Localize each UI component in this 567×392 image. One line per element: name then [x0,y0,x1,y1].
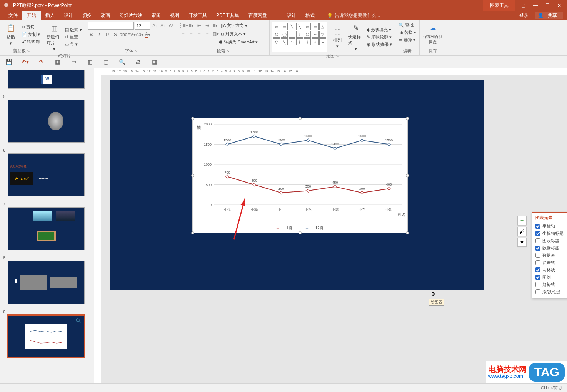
qat-icon-1[interactable]: ▦ [54,58,61,65]
ribbon-options-icon[interactable]: ▢ [521,3,525,8]
qat-icon-5[interactable]: 🔍 [118,58,125,65]
tab-pdf[interactable]: PDF工具集 [212,11,244,20]
shape-gallery[interactable]: ▭▭╲╲▭▭△ ⬡◯↑↓⬠✧▽ ⬡╲∿{}☆▾ [272,22,327,52]
tab-view[interactable]: 视图 [165,11,184,20]
grow-font-icon[interactable]: A↑ [152,22,158,29]
tab-chart-design[interactable]: 设计 [282,11,301,20]
tab-home[interactable]: 开始 [22,11,41,20]
element-option-1[interactable]: 坐标轴标题 [535,230,567,237]
replace-button[interactable]: ab 替换 ▾ [398,29,417,36]
text-direction-button[interactable]: ‖A 文字方向 ▾ [220,22,248,29]
element-checkbox[interactable] [535,246,540,251]
section-button[interactable]: ▭ 节 ▾ [64,41,83,48]
format-painter-button[interactable]: 🖌 格式刷 [21,38,41,45]
element-option-5[interactable]: 误差线 [535,259,567,266]
shrink-font-icon[interactable]: A↓ [160,22,167,29]
chart-styles-button[interactable]: 🖌 [517,227,527,236]
align-right-icon[interactable]: ≡ [196,30,203,37]
slide-editor[interactable]: · 18 · 17 · 16 · 15 · 14 · 13 · 12 · 11 … [94,68,567,383]
spacing-icon[interactable]: AV▾ [128,31,135,38]
login-link[interactable]: 登录 [516,12,532,19]
element-option-4[interactable]: 数据表 [535,252,567,259]
shape-fill-button[interactable]: ◆ 形状填充 ▾ [366,27,393,33]
slide-canvas[interactable]: 销售额 姓名 0500100015002000 7005003003504503… [110,80,484,290]
qat-icon-4[interactable]: ▢ [102,58,109,65]
para-dialog-icon[interactable]: ↘ [227,49,230,53]
slide-thumb-5[interactable] [8,100,85,143]
line-spacing-icon[interactable]: ≡▾ [212,22,219,29]
qat-icon-6[interactable]: 🖶 [135,58,142,65]
font-dialog-icon[interactable]: ↘ [135,49,138,53]
qat-icon-7[interactable]: ▦ [151,58,158,65]
element-checkbox[interactable] [535,238,540,243]
tab-design[interactable]: 设计 [59,11,78,20]
element-option-0[interactable]: 坐标轴 [535,223,567,230]
clear-format-icon[interactable]: Aᵃ [168,22,175,29]
layout-button[interactable]: ▤ 版式 ▾ [64,27,83,33]
element-checkbox[interactable] [535,231,540,236]
tab-animation[interactable]: 动画 [96,11,115,20]
smartart-button[interactable]: ⬣ 转换为 SmartArt ▾ [218,39,258,45]
indent-inc-icon[interactable]: ⇥ [204,22,211,29]
slide-thumb-4[interactable]: W [8,70,85,89]
element-option-8[interactable]: 趋势线 [535,281,567,288]
new-slide-button[interactable]: ▦新建幻灯片▾ [46,22,63,52]
slide-thumb-9[interactable] [8,315,85,358]
tab-dev[interactable]: 开发工具 [184,11,212,20]
italic-icon[interactable]: I [96,31,103,38]
tab-baidu[interactable]: 百度网盘 [244,11,272,20]
qat-icon-3[interactable]: ▥ [86,58,93,65]
element-option-3[interactable]: 数据标签 [535,244,567,252]
shape-outline-button[interactable]: ✎ 形状轮廓 ▾ [366,34,393,40]
save-baidu-button[interactable]: ☁保存到百度网盘 [422,22,444,46]
font-color-icon[interactable]: A▾ [144,31,151,38]
bullets-icon[interactable]: ⋮≡▾ [180,22,187,29]
align-text-button[interactable]: ⊟ 对齐文本 ▾ [220,31,247,37]
qat-icon-2[interactable]: ▭ [70,58,77,65]
chart-object[interactable]: 销售额 姓名 0500100015002000 7005003003504503… [192,118,408,233]
paste-button[interactable]: 📋粘贴▾ [2,22,19,47]
chart-filters-button[interactable]: ▼ [517,238,527,247]
indent-dec-icon[interactable]: ⇤ [196,22,203,29]
undo-icon[interactable]: ↶▾ [22,58,28,65]
element-option-9[interactable]: 涨/跌柱线 [535,288,567,296]
element-checkbox[interactable] [535,260,540,265]
tab-insert[interactable]: 插入 [41,11,59,20]
chart-plot[interactable]: 0500100015002000 70050030035045030040015… [193,118,408,220]
redo-icon[interactable]: ↷ [38,58,45,65]
element-option-6[interactable]: 网格线 [535,266,567,274]
columns-icon[interactable]: ▥▾ [212,30,219,37]
font-size-input[interactable] [135,22,150,30]
font-name-input[interactable] [88,22,134,30]
case-icon[interactable]: Aa▾ [136,31,143,38]
tell-me[interactable]: 💡 告诉我您想要做什么... [327,12,380,19]
close-icon[interactable]: ✕ [557,3,561,8]
slide-thumb-6[interactable]: 此处添加标题E=mc²■■■■■■■ [8,153,85,196]
align-left-icon[interactable]: ≡ [180,30,187,37]
element-option-7[interactable]: 图例 [535,274,567,281]
element-checkbox[interactable] [535,224,540,229]
reset-button[interactable]: ↺ 重置 [64,34,83,40]
align-center-icon[interactable]: ≡ [188,30,195,37]
tab-chart-format[interactable]: 格式 [301,11,319,20]
element-checkbox[interactable] [535,253,540,258]
cut-button[interactable]: ✂ 剪切 [21,24,41,30]
slide-thumb-8[interactable] [8,261,85,304]
save-icon[interactable]: 💾 [5,58,12,65]
element-checkbox[interactable] [535,275,540,280]
maximize-icon[interactable]: ☐ [545,3,550,8]
strike-icon[interactable]: S [112,31,119,38]
justify-icon[interactable]: ≡ [204,30,211,37]
draw-dialog-icon[interactable]: ↘ [336,54,339,58]
slide-thumb-7[interactable] [8,207,85,250]
share-button[interactable]: 👤 共享 [535,12,563,19]
element-checkbox[interactable] [535,289,540,294]
shape-effects-button[interactable]: ◉ 形状效果 ▾ [366,41,393,48]
select-button[interactable]: ▭ 选择 ▾ [398,37,417,43]
clipboard-dialog-icon[interactable]: ↘ [27,49,30,53]
chart-elements-button[interactable]: + [517,216,527,225]
tab-transition[interactable]: 切换 [78,11,96,20]
arrange-button[interactable]: ⬚排列▾ [329,22,346,52]
minimize-icon[interactable]: — [533,3,538,8]
bold-icon[interactable]: B [88,31,95,38]
